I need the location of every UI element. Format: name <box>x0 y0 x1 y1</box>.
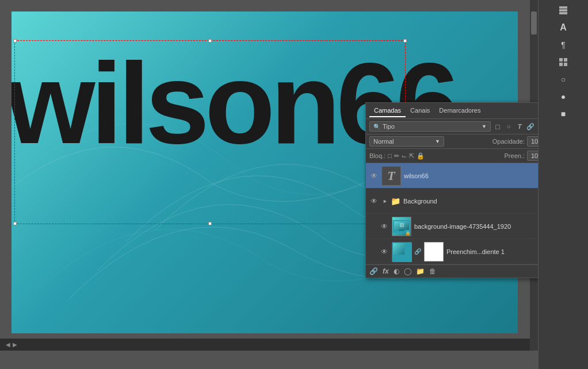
blend-mode-dropdown[interactable]: Normal ▼ <box>369 136 444 147</box>
layer-preenchimento[interactable]: 👁 🔗 Preenchim...diente 1 <box>366 239 560 264</box>
layer-name-bg-image: background-image-4735444_1920 <box>414 223 557 230</box>
dropdown-arrow: ▼ <box>482 124 487 129</box>
paragraph-icon[interactable]: ¶ <box>555 37 571 53</box>
layers-panel: Camadas Canais Demarcadores »» ☰ 🔍 Tipo … <box>365 102 561 278</box>
tab-canais[interactable]: Canais <box>406 105 434 117</box>
filter-row: 🔍 Tipo ▼ □ ○ T 🔗 🔒 ⬤ <box>366 119 560 134</box>
image-lock-icon: 🔒 <box>405 230 411 236</box>
panel-tabs: Camadas Canais Demarcadores »» ☰ <box>366 103 560 119</box>
layer-name-wilson66: wilson66 <box>404 172 546 179</box>
layer-background-group[interactable]: 👁 ► 📁 Background <box>366 189 560 214</box>
grid-icon[interactable] <box>555 54 571 70</box>
bottom-bar: ◀ ▶ <box>0 338 538 351</box>
lock-icon-1[interactable]: □ <box>388 152 392 159</box>
layer-thumb-wilson66: T <box>381 166 401 186</box>
lock-row: Bloq.: □ ✏ ⌙ ⇱ 🔒 Preen.: 100% ▼ <box>366 149 560 163</box>
layer-thumb-fill-white <box>424 242 444 262</box>
right-tool-panel: A ¶ ○ ● ■ <box>538 0 588 369</box>
folder-icon: 📁 <box>391 197 400 206</box>
blend-dropdown-arrow: ▼ <box>435 139 440 144</box>
mask-icon[interactable]: ◯ <box>404 267 411 275</box>
layer-vis-bg-group[interactable]: 👁 <box>369 197 379 206</box>
svg-rect-13 <box>559 63 563 66</box>
lock-icon-4[interactable]: ⇱ <box>409 152 414 160</box>
layer-thumb-fill <box>392 242 411 262</box>
scrollbar-v-thumb[interactable] <box>531 11 537 34</box>
chevron-right[interactable]: ▶ <box>13 341 17 348</box>
type-filter-dropdown[interactable]: 🔍 Tipo ▼ <box>369 121 491 132</box>
svg-rect-12 <box>564 58 567 62</box>
layer-wilson66[interactable]: 👁 T wilson66 👈 <box>366 163 560 189</box>
fill-label: Preen.: <box>505 152 525 159</box>
tab-camadas[interactable]: Camadas <box>369 105 406 117</box>
layer-vis-bg-image[interactable]: 👁 <box>380 222 389 231</box>
folder-footer-icon[interactable]: 📁 <box>416 267 425 275</box>
lock-icon-3[interactable]: ⌙ <box>402 152 407 160</box>
group-arrow[interactable]: ► <box>383 198 388 204</box>
circle-filled-icon[interactable]: ● <box>555 89 571 105</box>
search-icon: 🔍 <box>373 124 380 130</box>
lock-label: Bloq.: <box>369 152 385 159</box>
layer-thumb-bg-image: 🖼 🔒 <box>392 217 411 236</box>
panel-footer: 🔗 fx ◐ ◯ 📁 🗑 <box>366 264 560 278</box>
lock-icon-5[interactable]: 🔒 <box>417 152 425 160</box>
link-footer-icon[interactable]: 🔗 <box>369 267 378 275</box>
filter-icon-4[interactable]: 🔗 <box>526 122 535 131</box>
layer-bg-image[interactable]: 👁 🖼 🔒 background-image-4735444_1920 <box>366 214 560 239</box>
circle-outline-icon[interactable]: ○ <box>555 71 571 87</box>
opacity-label: Opacidade: <box>492 138 525 145</box>
svg-rect-9 <box>559 9 567 11</box>
layer-link-icon: 🔗 <box>414 248 421 255</box>
trash-icon[interactable]: 🗑 <box>429 267 436 275</box>
lock-icon-2[interactable]: ✏ <box>394 152 399 160</box>
svg-rect-8 <box>559 6 567 9</box>
layer-vis-wilson66[interactable]: 👁 <box>369 171 379 180</box>
chevron-left[interactable]: ◀ <box>6 341 10 348</box>
svg-rect-3 <box>399 229 404 231</box>
tab-demarcadores[interactable]: Demarcadores <box>434 105 485 117</box>
adjust-icon[interactable]: ◐ <box>394 267 399 275</box>
filter-icon-1[interactable]: □ <box>493 122 502 131</box>
svg-text:🖼: 🖼 <box>399 223 404 228</box>
filter-icon-3[interactable]: T <box>515 122 524 131</box>
fx-icon[interactable]: fx <box>383 267 389 275</box>
filter-type-label: Tipo <box>383 123 395 130</box>
square-icon[interactable]: ■ <box>555 106 571 122</box>
svg-rect-11 <box>559 58 563 62</box>
svg-rect-10 <box>559 12 567 14</box>
svg-rect-14 <box>564 63 567 66</box>
blend-mode-value: Normal <box>373 138 394 145</box>
layer-vis-fill[interactable]: 👁 <box>380 247 389 256</box>
layer-name-background: Background <box>403 198 557 205</box>
filter-icon-2[interactable]: ○ <box>504 122 513 131</box>
svg-rect-7 <box>393 243 404 255</box>
blend-opacity-row: Normal ▼ Opacidade: 100% ▼ <box>366 134 560 149</box>
layers-icon[interactable] <box>555 2 571 18</box>
text-icon[interactable]: A <box>555 20 571 36</box>
